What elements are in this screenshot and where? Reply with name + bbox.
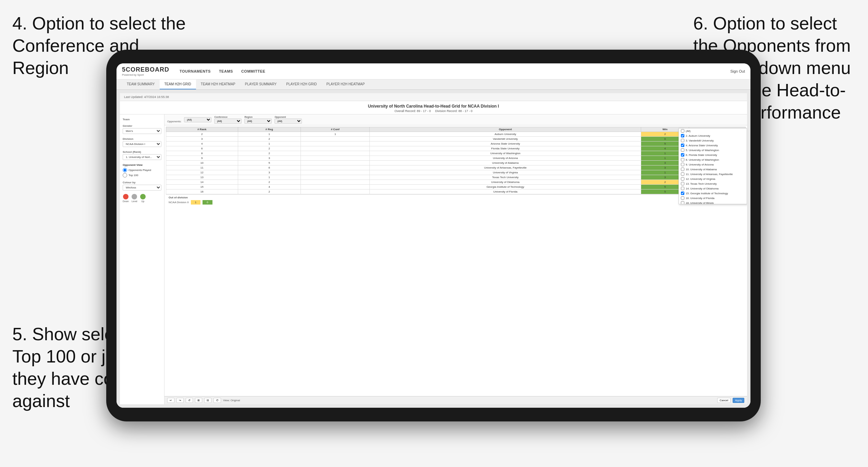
sidebar-colour-label: Colour by (123, 181, 161, 184)
out-div-win: 1 (191, 200, 200, 205)
dropdown-item[interactable]: 11. University of Arkansas, Fayetteville (679, 172, 747, 176)
dropdown-item[interactable]: 18. University of Illinois (679, 200, 747, 204)
grid-title: University of North Carolina Head-to-Hea… (120, 104, 747, 109)
dropdown-item[interactable]: 14. University of Oklahoma (679, 186, 747, 191)
table-row: 123University of Virginia10 (166, 170, 746, 175)
apply-button[interactable]: Apply (733, 398, 744, 403)
nav-teams[interactable]: TEAMS (219, 68, 233, 75)
subnav-team-h2h-heatmap[interactable]: TEAM H2H HEATMAP (196, 79, 240, 89)
dropdown-item[interactable]: (All) (679, 128, 747, 133)
dropdown-item[interactable]: 8. University of Washington (679, 157, 747, 162)
filter-row: Opponents: (All) Conference (All) (164, 114, 747, 125)
dropdown-item[interactable]: 15. Georgia Institute of Technology (679, 191, 747, 196)
filter-opponent-select[interactable]: (All) (274, 119, 302, 124)
dropdown-item[interactable]: 9. University of Arizona (679, 162, 747, 167)
toolbar-undo[interactable]: ↩ (167, 398, 174, 403)
nav-committee[interactable]: COMMITTEE (241, 68, 266, 75)
colour-dot-down (123, 194, 129, 199)
nav-bar: 5COREBOARD Powered by Sport TOURNAMENTS … (117, 63, 750, 79)
sub-nav: TEAM SUMMARY TEAM H2H GRID TEAM H2H HEAT… (117, 79, 750, 90)
out-div-name: NCAA Division II (169, 201, 189, 204)
toolbar-paste[interactable]: ⊟ (204, 398, 211, 403)
radio-opponents-played[interactable]: Opponents Played (123, 168, 161, 172)
dropdown-item[interactable]: 16. University of Florida (679, 196, 747, 200)
dropdown-item[interactable]: 4. Arizona State University (679, 143, 747, 148)
sidebar-school-label: School (Rank) (123, 150, 161, 153)
colour-item-down: Down (123, 194, 129, 202)
dropdown-checkbox[interactable] (681, 163, 684, 166)
toolbar-clock[interactable]: ⏱ (213, 398, 221, 403)
radio-top100-input[interactable] (123, 173, 127, 177)
colour-label-down: Down (123, 200, 129, 202)
dropdown-checkbox[interactable] (681, 182, 684, 185)
dropdown-item[interactable]: 3. Vanderbilt University (679, 138, 747, 143)
dropdown-checkbox[interactable] (681, 187, 684, 190)
colour-label-up: Up (141, 200, 144, 202)
table-row: 105University of Alabama30 (166, 161, 746, 165)
subnav-player-summary[interactable]: PLAYER SUMMARY (240, 79, 281, 89)
dropdown-checkbox[interactable] (681, 148, 684, 152)
dropdown-checkbox[interactable] (681, 129, 684, 133)
tablet-screen: 5COREBOARD Powered by Sport TOURNAMENTS … (117, 63, 750, 408)
dropdown-item[interactable]: 12. University of Virginia (679, 176, 747, 181)
sidebar-division-select[interactable]: NCAA Division I (123, 141, 161, 147)
subnav-team-summary[interactable]: TEAM SUMMARY (122, 79, 160, 89)
panel-header: Last Updated: 4/7/2024 16:55:38 (120, 93, 747, 101)
nav-tournaments[interactable]: TOURNAMENTS (180, 68, 211, 75)
dropdown-checkbox[interactable] (681, 134, 684, 137)
filter-region-select[interactable]: (All) (244, 119, 272, 124)
main-content: Last Updated: 4/7/2024 16:55:38 Universi… (117, 90, 750, 408)
filter-opponents-label: Opponents: (167, 120, 181, 124)
dropdown-item[interactable]: 13. Texas Tech University (679, 181, 747, 186)
panel-body: Team Gender Men's Division NCAA Division… (120, 114, 747, 404)
radio-opponents-played-input[interactable] (123, 168, 127, 172)
view-label: View: Original (223, 399, 240, 402)
cancel-button[interactable]: Cancel (717, 398, 731, 403)
table-row: 142University of Oklahoma22 (166, 180, 746, 185)
subnav-team-h2h-grid[interactable]: TEAM H2H GRID (160, 79, 196, 89)
division-record-label: Division Record: (435, 109, 458, 113)
toolbar-refresh[interactable]: ↺ (186, 398, 193, 403)
dropdown-item-label: (All) (686, 130, 690, 133)
logo-area: 5COREBOARD Powered by Sport (122, 66, 169, 76)
sidebar-colour-select[interactable]: Win/loss (123, 185, 161, 191)
dropdown-checkbox[interactable] (681, 201, 684, 204)
dashboard-panel: Last Updated: 4/7/2024 16:55:38 Universi… (120, 93, 747, 404)
table-row: 211Auburn University21 (166, 132, 746, 137)
sidebar-school-select[interactable]: 1. University of Nort... (123, 154, 161, 160)
dropdown-item-label: 2. Auburn University (686, 134, 710, 137)
dropdown-item-label: 16. University of Florida (686, 197, 714, 200)
colour-dot-up (140, 194, 146, 199)
dropdown-checkbox[interactable] (681, 196, 684, 200)
toolbar-copy[interactable]: ⊞ (195, 398, 202, 403)
filter-opponents-select[interactable]: (All) (184, 117, 211, 122)
data-table: # Rank # Reg # Conf Opponent Win Loss (166, 127, 746, 194)
table-row: 62Florida State University42 (166, 146, 746, 151)
dropdown-item[interactable]: 6. Florida State University (679, 152, 747, 157)
radio-top100[interactable]: Top 100 (123, 173, 161, 177)
subnav-player-h2h-grid[interactable]: PLAYER H2H GRID (281, 79, 321, 89)
subnav-player-h2h-heatmap[interactable]: PLAYER H2H HEATMAP (322, 79, 370, 89)
out-of-division: Out of division NCAA Division II 1 0 (166, 194, 746, 206)
radio-top100-label: Top 100 (129, 174, 138, 177)
dropdown-checkbox[interactable] (681, 177, 684, 181)
sign-out-link[interactable]: Sign Out (730, 69, 745, 73)
dropdown-checkbox[interactable] (681, 192, 684, 195)
dropdown-checkbox[interactable] (681, 158, 684, 161)
toolbar-redo[interactable]: ↪ (176, 398, 184, 403)
dropdown-checkbox[interactable] (681, 172, 684, 176)
dropdown-item[interactable]: 10. University of Alabama (679, 167, 747, 172)
dropdown-checkbox[interactable] (681, 144, 684, 147)
sidebar-gender-select[interactable]: Men's (123, 128, 161, 134)
dropdown-item[interactable]: 5. University of Washington (679, 148, 747, 152)
table-row: 162University of Florida51 (166, 189, 746, 194)
overall-record-label: Overall Record: (394, 109, 416, 113)
dropdown-item-label: 9. University of Arizona (686, 163, 714, 166)
opponent-dropdown[interactable]: (All)2. Auburn University3. Vanderbilt U… (678, 128, 747, 204)
dropdown-checkbox[interactable] (681, 139, 684, 142)
dropdown-item[interactable]: 2. Auburn University (679, 133, 747, 138)
dropdown-checkbox[interactable] (681, 153, 684, 157)
table-row: 154Georgia Institute of Technology51 (166, 185, 746, 189)
dropdown-checkbox[interactable] (681, 168, 684, 171)
filter-conference-select[interactable]: (All) (214, 119, 242, 124)
